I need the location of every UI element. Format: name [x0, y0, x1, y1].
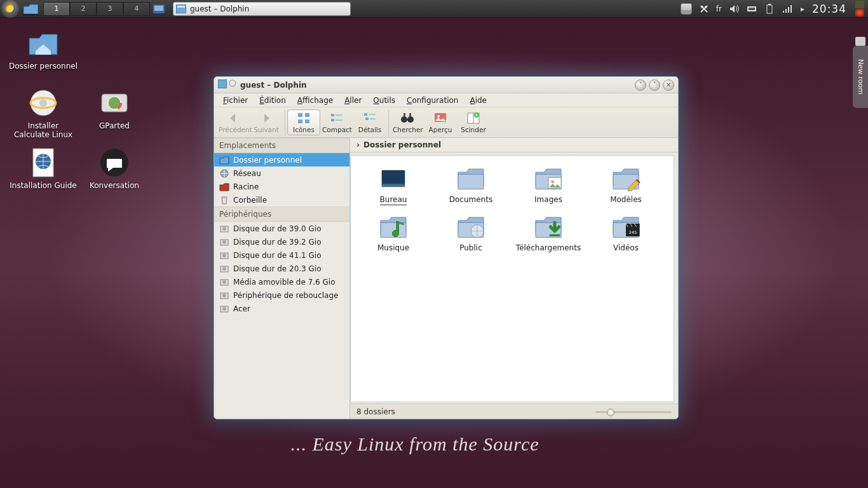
chevron-right-icon: › — [356, 140, 360, 149]
pager-desktop-1[interactable]: 1 — [43, 2, 70, 16]
folder-item[interactable]: Bureau — [355, 165, 432, 204]
place-item[interactable]: Corbeille — [214, 193, 349, 207]
gparted-icon[interactable]: GParted — [80, 86, 149, 130]
drive-icon — [219, 304, 229, 314]
place-label: Corbeille — [233, 196, 267, 205]
svg-point-49 — [222, 227, 226, 231]
konversation-icon-glyph — [98, 146, 131, 179]
logout-icon[interactable] — [855, 9, 864, 17]
window-titlebar[interactable]: guest – Dolphin ˅ ˄ ✕ — [214, 77, 678, 93]
network-icon[interactable] — [782, 3, 793, 15]
breadcrumb[interactable]: › Dossier personnel — [350, 138, 678, 152]
menubar: FichierÉditionAffichageAllerOutilsConfig… — [214, 93, 678, 107]
zoom-slider[interactable] — [595, 409, 672, 415]
svg-point-51 — [222, 240, 226, 244]
app-launcher-icon[interactable] — [1, 0, 19, 18]
device-item[interactable]: Disque dur de 20.3 Gio — [214, 262, 349, 275]
menu-aide[interactable]: Aide — [465, 95, 492, 106]
menu-outils[interactable]: Outils — [368, 95, 400, 106]
statusbar: 8 dossiers — [350, 403, 678, 419]
desktop-icon-label: Dossier personnel — [9, 62, 78, 71]
panel-clock[interactable]: 20:34 — [812, 3, 846, 15]
svg-rect-36 — [370, 118, 376, 119]
tray-trash-icon[interactable] — [681, 3, 692, 15]
nav-forward-button[interactable]: Suivant — [250, 109, 283, 135]
svg-point-4 — [701, 6, 703, 8]
window-maximize-button[interactable]: ˄ — [649, 79, 660, 91]
folder-label: Musique — [377, 243, 409, 252]
folder-item[interactable]: Documents — [432, 165, 510, 204]
activity-tab[interactable]: New room — [853, 46, 868, 108]
place-item[interactable]: Racine — [214, 180, 349, 193]
device-item[interactable]: Disque dur de 39.0 Gio — [214, 222, 349, 235]
arrow-left-icon — [219, 111, 248, 126]
folder-item[interactable]: 245Vidéos — [587, 213, 665, 252]
window-minimize-button[interactable]: ˅ — [635, 79, 646, 91]
device-item[interactable]: Média amovible de 7.6 Gio — [214, 275, 349, 288]
activity-tab-label: New room — [857, 59, 865, 95]
svg-rect-23 — [218, 79, 227, 88]
virtual-desktop-pager: 1234 — [43, 2, 150, 16]
plasma-lock-icon[interactable] — [855, 37, 865, 46]
place-item[interactable]: Réseau — [214, 166, 349, 180]
folder-item[interactable]: Musique — [355, 213, 432, 252]
svg-rect-10 — [783, 11, 784, 13]
quicklaunch-filemanager-icon[interactable] — [21, 2, 41, 16]
tray-expand-icon[interactable]: ▸ — [799, 3, 806, 15]
nav-back-button[interactable]: Précédent — [217, 109, 250, 135]
menu-aller[interactable]: Aller — [339, 95, 367, 106]
menu-configuration[interactable]: Configuration — [402, 95, 463, 106]
svg-point-24 — [229, 80, 236, 86]
taskbar-entry-dolphin[interactable]: guest – Dolphin — [173, 2, 351, 16]
svg-rect-30 — [336, 114, 342, 116]
preview-button[interactable]: Aperçu — [424, 109, 457, 135]
svg-point-42 — [437, 115, 440, 118]
klipper-icon[interactable] — [698, 3, 710, 15]
trash-icon — [219, 195, 229, 205]
place-item[interactable]: Dossier personnel — [214, 153, 349, 166]
pager-desktop-3[interactable]: 3 — [97, 2, 123, 16]
device-item[interactable]: Périphérique de rebouclage — [214, 288, 349, 302]
folder-label: Téléchargements — [516, 243, 581, 252]
pager-desktop-2[interactable]: 2 — [70, 2, 97, 16]
places-header: Emplacements — [214, 138, 349, 153]
menu-affichage[interactable]: Affichage — [292, 95, 338, 106]
folder-icon — [453, 213, 489, 241]
system-tray: fr ▸ 20:34 — [681, 1, 868, 17]
installer-icon[interactable]: Installer Calculate Linux — [9, 86, 78, 139]
folder-item[interactable]: Images — [510, 165, 587, 204]
home-folder-icon[interactable]: Dossier personnel — [9, 27, 78, 71]
svg-rect-31 — [331, 119, 334, 121]
folder-item[interactable]: Public — [432, 213, 510, 252]
svg-rect-28 — [305, 119, 309, 123]
device-notifier-icon[interactable] — [746, 3, 757, 15]
drive-icon — [219, 277, 229, 287]
keyboard-layout-indicator[interactable]: fr — [716, 3, 722, 15]
volume-icon[interactable] — [728, 3, 740, 15]
desktop-icon-label: GParted — [80, 121, 149, 130]
folder-item[interactable]: Téléchargements — [510, 213, 587, 252]
window-close-button[interactable]: ✕ — [663, 79, 674, 91]
battery-icon[interactable] — [764, 3, 775, 15]
view-details-button[interactable]: Détails — [353, 109, 386, 135]
file-view[interactable]: BureauDocumentsImagesModèlesMusiquePubli… — [350, 155, 674, 402]
svg-text:245: 245 — [628, 230, 637, 235]
view-icons-button[interactable]: Icônes — [287, 109, 320, 135]
pager-desktop-4[interactable]: 4 — [123, 2, 150, 16]
lock-session-icon[interactable] — [855, 1, 864, 8]
view-compact-button[interactable]: Compact — [320, 109, 353, 135]
search-button[interactable]: Chercher — [391, 109, 424, 135]
device-item[interactable]: Disque dur de 39.2 Gio — [214, 235, 349, 248]
guide-icon[interactable]: Installation Guide — [9, 146, 78, 190]
device-item[interactable]: Acer — [214, 302, 349, 315]
menu-fichier[interactable]: Fichier — [218, 95, 253, 106]
konversation-icon[interactable]: Konversation — [80, 146, 149, 190]
show-desktop-icon[interactable] — [151, 2, 167, 16]
split-view-button[interactable]: Scinder — [457, 109, 490, 135]
globe-icon — [219, 168, 229, 179]
menu-édition[interactable]: Édition — [254, 95, 291, 106]
device-item[interactable]: Disque dur de 41.1 Gio — [214, 248, 349, 262]
preview-icon — [426, 111, 455, 126]
folder-item[interactable]: Modèles — [587, 165, 665, 204]
device-label: Acer — [233, 304, 250, 313]
